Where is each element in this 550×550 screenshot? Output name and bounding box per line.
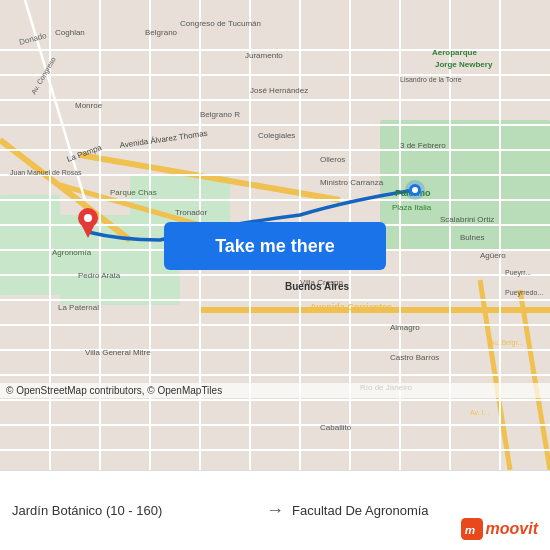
svg-text:Congreso de Tucumán: Congreso de Tucumán <box>180 19 261 28</box>
svg-text:3 de Febrero: 3 de Febrero <box>400 141 446 150</box>
svg-text:Juramento: Juramento <box>245 51 283 60</box>
svg-text:Lisandro de la Torre: Lisandro de la Torre <box>400 76 462 83</box>
svg-text:Agüero: Agüero <box>480 251 506 260</box>
svg-text:Tronador: Tronador <box>175 208 208 217</box>
svg-rect-1 <box>380 120 550 250</box>
svg-text:Monroe: Monroe <box>75 101 103 110</box>
svg-text:Aeroparque: Aeroparque <box>432 48 477 57</box>
map-container: Donado Coghlan Belgrano Juramento Av. Co… <box>0 0 550 470</box>
svg-text:Ministro Carranza: Ministro Carranza <box>320 178 384 187</box>
svg-text:Almagro: Almagro <box>390 323 420 332</box>
arrow-icon: → <box>266 500 284 521</box>
svg-text:Pueyrr...: Pueyrr... <box>505 269 531 277</box>
route-to: Facultad De Agronomía <box>292 503 538 518</box>
svg-text:Coghlan: Coghlan <box>55 28 85 37</box>
svg-text:Avenida Corrientes: Avenida Corrientes <box>310 302 392 312</box>
svg-text:José Hernández: José Hernández <box>250 86 308 95</box>
svg-text:Pueyrredo...: Pueyrredo... <box>505 289 543 297</box>
svg-text:Colegiales: Colegiales <box>258 131 295 140</box>
svg-text:Scalabrini Ortiz: Scalabrini Ortiz <box>440 215 494 224</box>
svg-text:Parque Chas: Parque Chas <box>110 188 157 197</box>
moovit-logo: m moovit <box>461 518 538 540</box>
svg-text:Olleros: Olleros <box>320 155 345 164</box>
bottom-bar: Jardín Botánico (10 - 160) → Facultad De… <box>0 470 550 550</box>
svg-text:Plaza Italia: Plaza Italia <box>392 203 432 212</box>
svg-point-86 <box>412 187 418 193</box>
moovit-icon: m <box>461 518 483 540</box>
svg-text:Belgrano R: Belgrano R <box>200 110 240 119</box>
svg-point-83 <box>84 214 92 222</box>
svg-rect-4 <box>60 215 180 305</box>
svg-text:Av. I...: Av. I... <box>470 409 489 416</box>
svg-text:Castro Barros: Castro Barros <box>390 353 439 362</box>
take-me-there-button[interactable]: Take me there <box>164 222 386 270</box>
route-from: Jardín Botánico (10 - 160) <box>12 503 258 518</box>
svg-text:La Paternal: La Paternal <box>58 303 99 312</box>
svg-text:Villa General Mitre: Villa General Mitre <box>85 348 151 357</box>
svg-text:Juan Manuel de Rosas: Juan Manuel de Rosas <box>10 169 82 176</box>
svg-text:Bulnes: Bulnes <box>460 233 484 242</box>
svg-text:Belgrano: Belgrano <box>145 28 178 37</box>
svg-text:m: m <box>464 523 474 536</box>
svg-text:Jorge Newbery: Jorge Newbery <box>435 60 493 69</box>
moovit-text: moovit <box>486 520 538 538</box>
map-attribution: © OpenStreetMap contributors, © OpenMapT… <box>0 383 550 398</box>
svg-text:Agronomía: Agronomía <box>52 248 92 257</box>
svg-text:Caballito: Caballito <box>320 423 352 432</box>
svg-text:Pedro Arata: Pedro Arata <box>78 271 121 280</box>
svg-text:Buenos Aires: Buenos Aires <box>285 281 350 292</box>
svg-text:Av. Belgr...: Av. Belgr... <box>490 339 523 347</box>
